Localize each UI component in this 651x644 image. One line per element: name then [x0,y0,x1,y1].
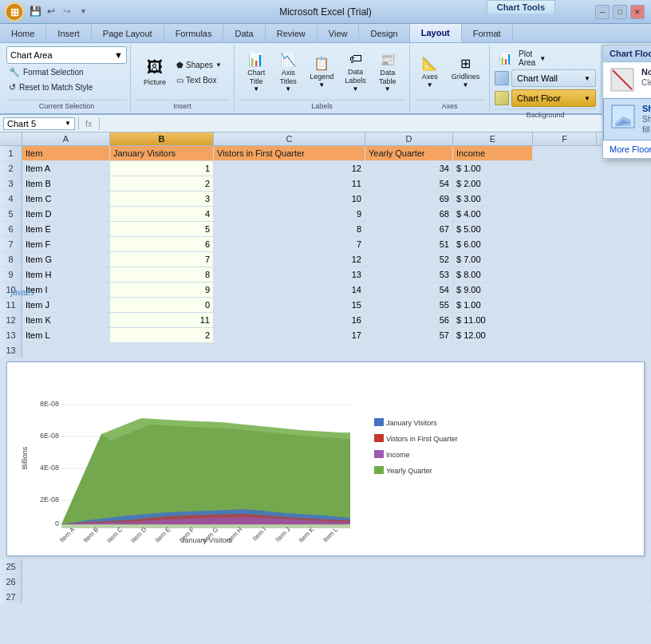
table-cell[interactable]: 68 [365,207,453,221]
table-cell[interactable]: 17 [214,328,365,342]
table-cell[interactable]: 67 [365,222,453,236]
table-cell[interactable]: 1 [110,161,214,176]
table-cell[interactable]: 53 [365,267,453,282]
table-cell-extra[interactable] [533,176,651,191]
minimize-button[interactable]: ─ [595,5,610,19]
table-cell[interactable]: Item G [22,252,110,267]
table-cell[interactable]: 8 [214,222,365,236]
table-cell[interactable]: Item E [22,222,110,236]
table-cell[interactable]: $ 6.00 [453,237,533,251]
table-cell[interactable]: 9 [214,207,365,221]
tab-design[interactable]: Design [359,24,409,42]
table-cell[interactable] [365,590,453,603]
table-cell[interactable]: 11 [110,313,214,327]
legend-button[interactable]: 📋 Legend ▼ [305,47,338,98]
dropdown-show-floor-item[interactable]: Show Chart Floor Show Chart Floor with d… [603,98,651,140]
table-cell[interactable]: Item C [22,192,110,206]
chart-floor-button[interactable]: Chart Floor ▼ [511,89,596,107]
table-cell-extra[interactable] [533,313,651,327]
more-floor-options-button[interactable]: More Floor Options... [603,140,651,158]
table-cell[interactable]: $ 11.00 [453,313,533,327]
table-cell-extra[interactable] [533,252,651,267]
table-cell[interactable]: 57 [365,328,453,342]
table-cell[interactable] [365,343,453,358]
table-cell[interactable] [453,575,533,589]
table-cell[interactable]: 54 [365,176,453,191]
table-cell-extra[interactable] [533,222,651,236]
table-cell[interactable] [453,343,533,358]
table-cell[interactable]: Vistors in First Quarter [214,146,365,160]
table-cell[interactable] [214,575,365,589]
table-cell[interactable]: 8 [110,267,214,282]
table-cell[interactable]: 12 [214,161,365,176]
table-cell-extra[interactable] [533,207,651,221]
table-cell[interactable]: Item H [22,267,110,282]
chart-area-dropdown[interactable]: Chart Area ▼ [6,46,127,64]
table-cell[interactable]: 11 [214,176,365,191]
table-cell[interactable]: $ 9.00 [453,282,533,297]
table-cell[interactable]: 4 [110,207,214,221]
table-cell[interactable] [110,559,214,574]
table-cell-extra[interactable] [533,559,651,574]
axis-titles-button[interactable]: 📉 AxisTitles ▼ [273,47,303,98]
tab-home[interactable]: Home [0,24,46,42]
table-cell[interactable] [110,343,214,358]
shapes-button[interactable]: ⬟ Shapes ▼ [172,58,226,72]
table-cell[interactable]: Item D [22,207,110,221]
table-cell[interactable]: 34 [365,161,453,176]
gridlines-button[interactable]: ⊞ Gridlines ▼ [447,47,485,98]
table-cell[interactable]: 51 [365,237,453,251]
table-cell[interactable]: 2 [110,328,214,342]
table-cell[interactable]: 0 [110,298,214,312]
table-cell[interactable]: Yearly Quarter [365,146,453,160]
office-button[interactable]: ⊞ [5,2,24,22]
formula-input[interactable] [103,119,648,128]
table-cell[interactable]: $ 1.00 [453,298,533,312]
table-cell[interactable]: Item A [22,161,110,176]
table-cell[interactable]: $ 1.00 [453,161,533,176]
table-cell[interactable]: Item B [22,176,110,191]
tab-layout[interactable]: Layout [410,24,462,42]
table-cell-extra[interactable] [533,161,651,176]
table-cell[interactable]: 15 [214,298,365,312]
table-cell[interactable] [453,559,533,574]
table-cell[interactable]: $ 3.00 [453,192,533,206]
table-cell[interactable]: 56 [365,313,453,327]
col-header-f[interactable]: F [533,132,597,145]
data-table-button[interactable]: 📰 DataTable ▼ [373,47,403,98]
table-cell[interactable]: Item I [22,282,110,297]
table-cell-extra[interactable] [533,590,651,603]
tab-formulas[interactable]: Formulas [164,24,224,42]
table-cell[interactable]: Income [453,146,533,160]
table-cell[interactable]: 10 [214,192,365,206]
table-cell[interactable]: 3 [110,192,214,206]
table-cell[interactable]: $ 4.00 [453,207,533,221]
col-header-a[interactable]: A [22,132,110,145]
table-cell[interactable]: 52 [365,252,453,267]
table-cell[interactable]: 7 [214,237,365,251]
table-cell[interactable]: $ 7.00 [453,252,533,267]
col-header-e[interactable]: E [453,132,533,145]
table-cell[interactable] [214,343,365,358]
close-button[interactable]: ✕ [630,5,645,19]
restore-button[interactable]: □ [613,5,627,19]
table-cell[interactable]: Item J [22,298,110,312]
table-cell[interactable]: $ 12.00 [453,328,533,342]
table-cell-extra[interactable] [533,282,651,297]
table-cell[interactable]: $ 5.00 [453,222,533,236]
table-cell[interactable] [214,559,365,574]
table-cell[interactable]: Item F [22,237,110,251]
table-cell[interactable] [110,590,214,603]
table-cell[interactable]: 6 [110,237,214,251]
table-cell-extra[interactable] [533,575,651,589]
table-cell[interactable]: 7 [110,252,214,267]
data-labels-button[interactable]: 🏷 DataLabels ▼ [340,47,371,98]
col-header-c[interactable]: C [214,132,365,145]
table-cell[interactable]: $ 8.00 [453,267,533,282]
undo-button[interactable]: ↩ [45,5,57,18]
table-cell[interactable] [22,575,110,589]
tab-insert[interactable]: Insert [46,24,92,42]
chart-title-button[interactable]: 📊 ChartTitle ▼ [241,47,271,98]
table-cell[interactable]: 5 [110,222,214,236]
table-cell[interactable]: Item L [22,328,110,342]
